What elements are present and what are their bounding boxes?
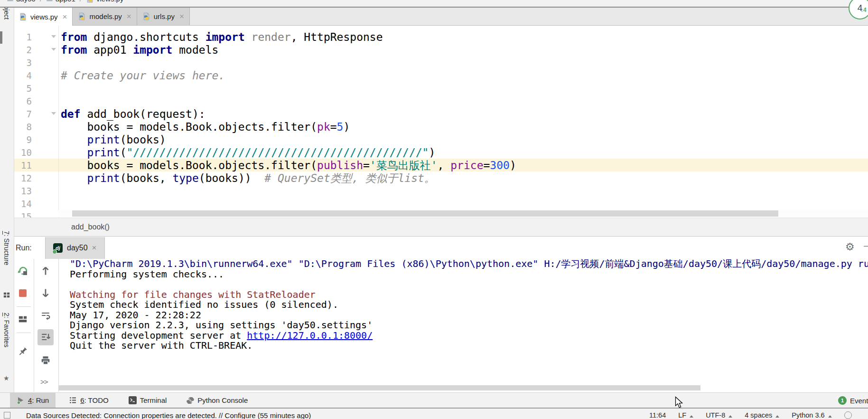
event-log-button[interactable]: 1 Event Log xyxy=(838,393,868,408)
editor-tabbar: views.py×models.py×urls.py× xyxy=(14,8,868,26)
event-count-badge: 1 xyxy=(838,396,847,405)
console-link[interactable]: http://127.0.0.1:8000/ xyxy=(247,330,373,341)
hide-panel-icon[interactable]: − xyxy=(863,241,868,252)
more-actions-button[interactable]: >> xyxy=(40,378,48,386)
fold-icon[interactable] xyxy=(51,112,56,115)
dropdown-arrow-icon xyxy=(828,415,832,418)
code-token xyxy=(61,146,87,159)
event-log-label: Event Log xyxy=(850,397,868,405)
line-number: 12 xyxy=(14,172,58,185)
toolwindow-button-python-console[interactable]: Python Console xyxy=(180,393,254,408)
code-line: print(books) xyxy=(61,133,868,146)
up-stack-trace-button[interactable] xyxy=(39,265,52,277)
line-number: 5 xyxy=(14,82,58,95)
code-token: app01 xyxy=(87,44,133,56)
tab-close-icon[interactable]: × xyxy=(63,13,67,21)
toolwindow-stripe-left: 1: Project 7: Structure 2: Favorites ★ xyxy=(0,8,14,392)
sidebar-item-structure[interactable]: 7: Structure xyxy=(3,231,10,265)
code-token: django.shortcuts xyxy=(87,31,205,43)
code-token: ) xyxy=(343,121,350,133)
rerun-button[interactable] xyxy=(17,265,29,277)
soft-wrap-button[interactable] xyxy=(39,309,52,322)
scrollbar-thumb[interactable] xyxy=(72,210,778,217)
scroll-to-end-button[interactable] xyxy=(37,329,54,345)
python-file-icon xyxy=(142,12,150,20)
code-token: , HttpResponse xyxy=(291,31,383,43)
status-icon[interactable] xyxy=(4,412,10,419)
code-line: # Create your views here. xyxy=(61,69,868,82)
editor-tab-models-py[interactable]: models.py× xyxy=(73,8,137,25)
code-token: print xyxy=(87,133,120,146)
console-line: Watching for file changes with StatReloa… xyxy=(70,290,868,300)
editor-tab-urls-py[interactable]: urls.py× xyxy=(137,8,190,25)
fold-icon[interactable] xyxy=(51,48,56,51)
down-stack-trace-button[interactable] xyxy=(39,287,52,299)
run-panel: Run: dj day50 × ⚙ − xyxy=(14,237,868,392)
code-token: ) xyxy=(510,159,516,171)
toolwindow-button-6-todo[interactable]: 6: TODO xyxy=(62,393,115,408)
close-icon[interactable]: × xyxy=(92,243,97,253)
code-line xyxy=(61,95,868,108)
fold-icon[interactable] xyxy=(51,35,56,38)
pin-tab-button[interactable] xyxy=(17,345,29,358)
status-line-separator[interactable]: LF xyxy=(678,411,693,419)
console-text: Django version 2.2.3, using settings 'da… xyxy=(70,319,373,331)
scrollbar-thumb[interactable] xyxy=(59,385,700,390)
breadcrumb-label: app01 xyxy=(56,0,75,3)
run-console-output[interactable]: "D:\PyCharm 2019.1.3\bin\runnerw64.exe" … xyxy=(59,259,868,385)
code-editor[interactable]: 123456789101112131415 from django.shortc… xyxy=(14,25,868,218)
tab-close-icon[interactable]: × xyxy=(179,12,184,20)
code-line xyxy=(61,198,868,210)
code-token: publish xyxy=(317,159,363,171)
django-icon: dj xyxy=(53,243,63,253)
dropdown-arrow-icon xyxy=(690,415,693,418)
active-stripe-indicator xyxy=(0,31,2,44)
breadcrumb-item[interactable]: views.py xyxy=(86,0,124,3)
restore-layout-button[interactable] xyxy=(17,313,29,325)
status-indent[interactable]: 4 spaces xyxy=(745,411,779,419)
toolwindow-bar: 4: Run6: TODOTerminalPython Console 1 Ev… xyxy=(0,392,868,408)
console-line: Performing system checks... xyxy=(70,269,868,280)
editor-tab-views-py[interactable]: views.py× xyxy=(14,8,73,26)
code-token xyxy=(61,133,87,146)
sidebar-item-favorites[interactable]: 2: Favorites xyxy=(3,313,10,347)
tab-label: urls.py xyxy=(154,12,175,20)
gear-icon[interactable]: ⚙ xyxy=(845,241,855,253)
tab-close-icon[interactable]: × xyxy=(127,12,131,20)
breadcrumb-item[interactable]: day50 xyxy=(7,0,36,3)
code-line: books = models.Book.objects.filter(pk=5) xyxy=(61,121,868,133)
toolwindow-button-terminal[interactable]: Terminal xyxy=(122,393,174,408)
context-function: add_book() xyxy=(71,223,110,231)
code-token: 5 xyxy=(337,121,344,133)
status-encoding[interactable]: UTF-8 xyxy=(706,411,732,419)
code-token: add_book(request): xyxy=(81,108,205,120)
line-number: 4 xyxy=(14,69,58,82)
code-token: ( xyxy=(120,146,127,159)
code-token: from xyxy=(61,44,87,56)
stop-button[interactable] xyxy=(17,287,29,299)
code-line: from app01 import models xyxy=(61,44,868,57)
editor-horizontal-scrollbar[interactable] xyxy=(58,210,868,217)
star-icon[interactable]: ★ xyxy=(3,374,9,382)
breadcrumb-item[interactable]: app01 xyxy=(46,0,75,3)
status-caret-position[interactable]: 11:64 xyxy=(649,411,666,419)
console-line: "D:\PyCharm 2019.1.3\bin\runnerw64.exe" … xyxy=(70,259,868,269)
tab-label: models.py xyxy=(89,12,121,20)
gutter-numbers: 123456789101112131415 xyxy=(14,31,58,218)
status-interpreter[interactable]: Python 3.6 xyxy=(792,411,831,419)
toolwindow-button-4-run[interactable]: 4: Run xyxy=(10,393,56,408)
code-token: , xyxy=(438,159,451,171)
code-line: print("/////////////////////////////////… xyxy=(61,146,868,159)
structure-icon[interactable] xyxy=(3,292,10,300)
console-text: Quit the server with CTRL-BREAK. xyxy=(70,340,252,351)
console-text: System check identified no issues (0 sil… xyxy=(70,299,338,310)
console-horizontal-scrollbar[interactable] xyxy=(59,385,868,391)
print-console-button[interactable] xyxy=(39,354,52,366)
sidebar-item-project[interactable]: 1: Project xyxy=(3,8,10,19)
code-token: models xyxy=(172,44,218,56)
console-text: May 17, 2020 - 22:28:22 xyxy=(70,309,201,321)
run-tab-day50[interactable]: dj day50 × xyxy=(45,237,105,259)
run-play-icon xyxy=(17,396,25,404)
status-lock-icon[interactable] xyxy=(844,411,852,419)
python-file-icon xyxy=(78,12,86,20)
